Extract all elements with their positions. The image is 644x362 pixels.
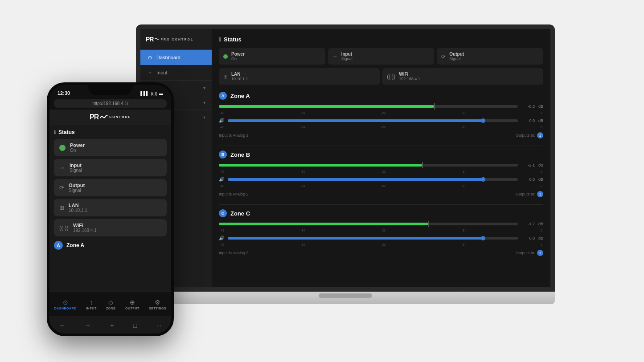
phone-output-icon: ⟳ [59, 184, 64, 191]
phone-logo-control: CONTROL [109, 115, 131, 119]
zone-c-footer: Input is Analog 3 Outputs to: 1 [219, 250, 543, 256]
wifi-icon: ((·)) [387, 73, 395, 80]
phone-tab-button[interactable]: □ [133, 322, 137, 329]
phone-back-button[interactable]: ← [59, 322, 66, 329]
pro-logo: PR CONTROL [90, 113, 131, 121]
zone-a-output-badge: 1 [537, 132, 543, 138]
zone-c-volume-db: 0.0 [521, 236, 535, 240]
zone-c-title: C Zone C [219, 209, 543, 217]
phone-screen: 12:30 ▌▌▌ ((·)) ▬ http://192.168.4.1/ PR [49, 85, 171, 334]
laptop-base [136, 292, 555, 304]
zone-c-volume-row: 🔊 0.0 dB [219, 236, 543, 240]
phone-nav-output[interactable]: ⊕ OUTPUT [125, 299, 139, 310]
phone-nav-zone-icon: ◇ [108, 299, 113, 306]
zone-c-volume-thumb[interactable] [481, 236, 485, 240]
phone-output-label: Output [69, 183, 85, 188]
status-grid-row2: ⊞ LAN 10.10.1.1 ((·)) WiFi 192.168.4.1 [219, 68, 543, 85]
zone-a-output-label: Outputs to: 1 [516, 132, 543, 138]
dashboard-icon: ⊙ [147, 54, 153, 61]
phone-nav-dashboard-label: DASHBOARD [54, 307, 77, 310]
signal-bars-icon: ▌▌▌ [140, 91, 149, 96]
zone-b-meter-db: -2.1 [521, 163, 535, 167]
zone-b-volume-track[interactable] [228, 178, 518, 181]
phone-status-title: ℹ Status [54, 129, 167, 135]
sidebar-nav-input[interactable]: → Input [140, 65, 212, 80]
status-card-input: ↔ Input Signal [328, 48, 435, 65]
zone-a-volume-thumb[interactable] [481, 118, 485, 123]
phone-notch [88, 85, 133, 95]
sidebar-nav-dashboard-label: Dashboard [156, 55, 180, 60]
sidebar-nav-dashboard[interactable]: ⊙ Dashboard [140, 50, 212, 65]
zone-b-footer: Input is Analog 2 Outputs to: 1 [219, 191, 543, 197]
phone-wifi-icon: ((·)) [59, 224, 69, 231]
phone-lan-label: LAN [69, 203, 87, 208]
input-signal-icon: ↔ [332, 53, 338, 60]
phone-nav-settings-icon: ⚙ [155, 299, 160, 306]
zone-b-meter-ticks: -48 -34 -22 -8 0 [219, 170, 543, 173]
zone-c-vol-icon: 🔊 [219, 236, 224, 240]
phone-nav-input[interactable]: ↕ INPUT [86, 299, 97, 310]
laptop-body: PR 〜 PRO CONTROL ⊙ Dashboard → Inp [136, 24, 555, 292]
chevron-b-icon: ▾ [203, 100, 205, 105]
phone-add-button[interactable]: + [110, 322, 114, 329]
output-label: Output [449, 52, 464, 57]
status-section-title: ℹ Status [219, 36, 543, 43]
status-card-output: ⟳ Output Signal [437, 48, 543, 65]
zone-c-db-unit: dB [538, 222, 543, 226]
phone-zone-a-title: A Zone A [54, 241, 167, 252]
zone-b-meter-track[interactable] [219, 164, 518, 167]
phone-zone-a-badge: A [54, 241, 63, 250]
zone-a-volume-fill [228, 119, 483, 122]
zone-b-meter-marker [422, 162, 423, 168]
zone-b-db-unit: dB [538, 163, 543, 167]
zone-b-volume-row: 🔊 0.0 dB [219, 177, 543, 182]
phone-address-bar[interactable]: http://192.168.4.1/ [54, 99, 167, 108]
phone-nav-dashboard-icon: ⊙ [63, 299, 68, 306]
zone-c-vol-db-unit: dB [538, 236, 543, 240]
phone-nav-settings-label: SETTINGS [149, 307, 166, 310]
phone-status-input: ↔ Input Signal [54, 159, 167, 176]
zone-a-section: A Zone A -0.3 dB [219, 92, 543, 138]
zone-a-meter-marker [434, 103, 435, 110]
zone-a-volume-track[interactable] [228, 119, 518, 122]
zone-a-volume-row: 🔊 0.0 dB [219, 118, 543, 123]
zone-c-label: Zone C [230, 210, 250, 217]
zone-bc-divider [219, 204, 543, 205]
zone-c-output-badge: 1 [537, 250, 543, 256]
phone-input-value: Signal [70, 168, 82, 173]
phone-content: ℹ Status Power On ↔ Input [49, 125, 171, 292]
zone-a-meter-fill [219, 105, 434, 108]
zone-c-output-label: Outputs to: 1 [516, 250, 543, 256]
zone-b-vol-db-unit: dB [538, 177, 543, 182]
phone-nav-settings[interactable]: ⚙ SETTINGS [149, 299, 166, 310]
phone-signal-icons: ▌▌▌ ((·)) ▬ [140, 91, 163, 96]
phone-nav-output-label: OUTPUT [125, 307, 139, 310]
phone-wifi-value: 192.168.4.1 [73, 228, 97, 233]
input-value: Signal [341, 57, 353, 61]
zone-a-meter-track[interactable] [219, 105, 518, 108]
wifi-value: 192.168.4.1 [399, 77, 420, 81]
laptop: PR 〜 PRO CONTROL ⊙ Dashboard → Inp [136, 24, 555, 318]
phone-forward-button[interactable]: → [85, 322, 91, 329]
phone-nav-zone[interactable]: ◇ ZONE [106, 299, 115, 310]
zone-c-input-label: Input is Analog 3 [219, 251, 249, 255]
phone-wifi-label: WiFi [73, 223, 97, 228]
zone-a-vol-icon: 🔊 [219, 118, 224, 123]
phone-body: 12:30 ▌▌▌ ((·)) ▬ http://192.168.4.1/ PR [47, 82, 174, 336]
zone-b-vol-icon: 🔊 [219, 177, 224, 182]
lan-label: LAN [231, 72, 248, 77]
zone-c-vol-ticks: -48 -34 -22 -8 0 [219, 243, 543, 246]
scene: PR 〜 PRO CONTROL ⊙ Dashboard → Inp [0, 0, 644, 362]
zone-a-vol-ticks: -48 -34 -22 -8 0 [219, 126, 543, 129]
status-title: Status [224, 36, 242, 43]
zone-a-db-unit: dB [538, 104, 543, 109]
phone: 12:30 ▌▌▌ ((·)) ▬ http://192.168.4.1/ PR [47, 82, 174, 336]
zone-c-meter-track[interactable] [219, 223, 518, 225]
zone-b-volume-thumb[interactable] [481, 177, 485, 182]
zone-c-section: C Zone C -1.7 dB -48 [219, 209, 543, 256]
phone-nav-dashboard[interactable]: ⊙ DASHBOARD [54, 299, 77, 310]
phone-input-label: Input [70, 163, 82, 168]
phone-more-button[interactable]: ··· [156, 322, 162, 329]
phone-output-value: Signal [69, 188, 85, 193]
zone-c-volume-track[interactable] [228, 237, 518, 240]
